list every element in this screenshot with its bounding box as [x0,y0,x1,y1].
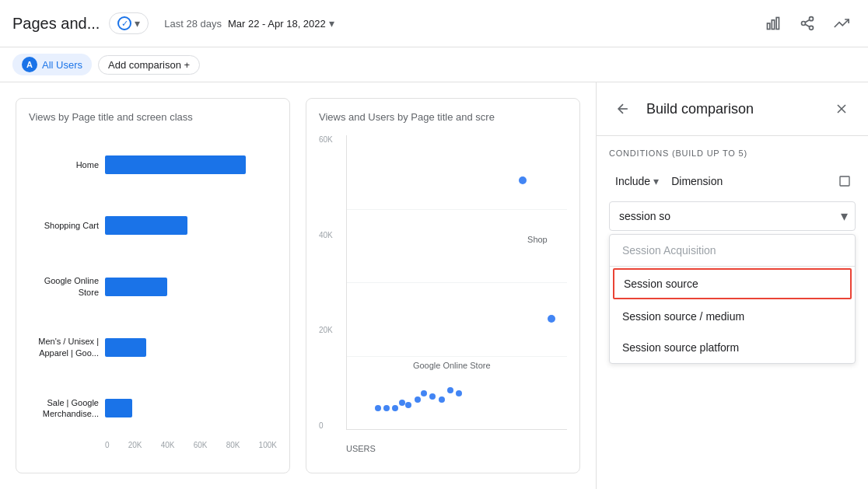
bar-chart: HomeShopping CartGoogle Online StoreMen'… [29,135,277,438]
dropdown-item-session-source-platform[interactable]: Session source platform [610,332,855,363]
panel-title: Build comparison [646,101,818,117]
date-range: Last 28 days Mar 22 - Apr 18, 2022 ▾ [164,17,334,30]
panel-back-button[interactable] [609,95,637,123]
svg-rect-0 [768,23,770,30]
charts-area: Views by Page title and screen class Hom… [0,82,596,489]
bar-axis: 0 20K 40K 60K 80K 100K [29,441,277,449]
bar-row: Home [29,135,277,194]
scatter-dot [399,400,405,406]
svg-point-4 [802,22,806,26]
bar-container [105,338,277,357]
bar-label: Google Online Store [29,275,99,298]
scatter-dot [456,390,462,396]
add-comparison-button[interactable]: Add comparison + [98,55,200,75]
dimension-dropdown: Session Acquisition Session source Sessi… [609,234,856,364]
scatter-dot [392,405,398,411]
bar-container [105,399,277,417]
svg-rect-1 [772,20,774,30]
scatter-y-labels: 60K 40K 20K 0 [319,135,333,430]
scatter-dot [421,390,427,396]
bar-fill [105,216,187,235]
status-badge[interactable]: ✓ ▾ [109,12,149,34]
scatter-dot [447,387,453,393]
include-chevron-icon: ▾ [653,175,659,187]
date-chevron-icon: ▾ [329,17,334,30]
include-label: Include [615,175,650,187]
charts-grid: Views by Page title and screen class Hom… [16,98,580,473]
bar-chart-icon[interactable] [759,9,787,37]
scatter-dot [405,402,411,408]
scatter-grid-line [347,209,567,210]
svg-rect-2 [776,18,779,30]
bar-label: Home [29,159,99,170]
bar-row: Shopping Cart [29,196,277,255]
all-users-badge[interactable]: A All Users [12,54,92,75]
right-panel: Build comparison CONDITIONS (BUILD UP TO… [596,82,868,489]
scatter-chart: 60K 40K 20K 0 Google Online StoreShop US… [319,135,567,453]
bar-fill [105,399,132,417]
search-row: ▾ [609,201,856,231]
header: Pages and... ✓ ▾ Last 28 days Mar 22 - A… [0,0,868,47]
scatter-dot [429,393,436,400]
include-dropdown[interactable]: Include ▾ [609,172,665,190]
scatter-dot [519,176,527,184]
comparison-bar: A All Users Add comparison + [0,47,868,82]
delete-condition-button[interactable] [834,170,856,192]
all-users-label: All Users [42,59,82,71]
dropdown-item-session-acquisition[interactable]: Session Acquisition [610,235,855,266]
bar-row: Sale | Google Merchandise... [29,379,277,438]
bar-chart-panel: Views by Page title and screen class Hom… [16,98,290,473]
svg-rect-11 [840,176,849,186]
scatter-dot [439,396,445,403]
svg-point-3 [810,17,814,21]
scatter-dot [383,405,390,411]
bar-container [105,278,277,296]
scatter-plot-area: Google Online StoreShop [346,135,567,430]
date-range-value[interactable]: Mar 22 - Apr 18, 2022 ▾ [228,17,334,30]
bar-row: Men's / Unisex | Apparel | Goo... [29,318,277,377]
search-input[interactable] [609,201,856,231]
page-title: Pages and... [12,15,100,33]
panel-close-button[interactable] [828,95,856,123]
bar-container [105,155,277,174]
condition-row: Include ▾ Dimension [609,170,856,192]
trending-icon[interactable] [828,9,856,37]
panel-header: Build comparison [597,82,868,136]
scatter-dot-label: Shop [527,235,548,244]
svg-point-5 [810,26,814,30]
scatter-x-label: USERS [346,444,376,453]
bar-label: Shopping Cart [29,220,99,231]
scatter-grid-line [347,356,567,357]
bar-fill [105,278,167,296]
scatter-dot [548,315,555,323]
bar-fill [105,155,246,174]
status-chevron-icon: ▾ [135,17,140,30]
avatar: A [22,57,37,72]
panel-content: CONDITIONS (BUILD UP TO 5) Include ▾ Dim… [597,136,868,489]
scatter-chart-title: Views and Users by Page title and scre [319,111,567,123]
bar-row: Google Online Store [29,257,277,316]
date-range-label: Last 28 days [164,18,222,30]
bar-container [105,216,277,235]
bar-fill [105,338,146,357]
dropdown-divider [610,266,855,267]
svg-line-6 [805,24,810,26]
header-icons [759,9,856,37]
scatter-grid-line [347,282,567,283]
scatter-chart-panel: Views and Users by Page title and scre 6… [306,98,580,473]
main-content: Views by Page title and screen class Hom… [0,82,868,489]
dropdown-item-session-source[interactable]: Session source [613,268,852,299]
scatter-dot [375,405,381,411]
share-icon[interactable] [793,9,821,37]
dropdown-item-session-source-medium[interactable]: Session source / medium [610,301,855,332]
check-circle-icon: ✓ [117,16,131,30]
scatter-dot [415,396,421,403]
svg-line-7 [805,19,810,22]
conditions-label: CONDITIONS (BUILD UP TO 5) [609,148,856,158]
bar-label: Men's / Unisex | Apparel | Goo... [29,336,99,358]
bar-label: Sale | Google Merchandise... [29,397,99,420]
scatter-dot-label: Google Online Store [413,361,491,370]
bar-chart-title: Views by Page title and screen class [29,111,277,123]
dimension-label: Dimension [671,175,828,187]
